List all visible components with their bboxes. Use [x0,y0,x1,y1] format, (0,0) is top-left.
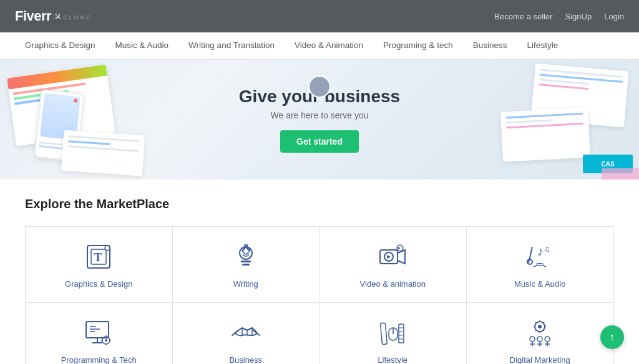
signup-link[interactable]: SignUp [565,12,592,21]
music-audio-icon: ♪ ♫ [524,241,556,273]
svg-text:♪: ♪ [537,244,544,258]
writing-icon [230,241,262,273]
hero-accent-pink [602,168,639,180]
svg-rect-17 [86,322,109,338]
svg-rect-32 [399,324,404,343]
nav-item-graphics-design[interactable]: Graphics & Design [15,32,105,60]
graphics-design-label: Graphics & Design [65,279,132,289]
svg-text:T: T [94,251,102,264]
marketplace-item-business[interactable]: Business [173,303,320,364]
marketplace-item-writing[interactable]: Writing [173,227,320,303]
svg-point-38 [538,325,542,328]
hero-subtitle: We are here to serve you [239,110,400,120]
music-audio-label: Music & Audio [514,279,565,289]
nav-item-lifestyle[interactable]: Lifestyle [517,32,568,60]
video-animation-label: Video & animation [360,279,426,289]
logo-main-text: Fiverr [15,8,51,24]
scroll-top-button[interactable]: ↑ [600,325,624,349]
svg-line-8 [247,244,248,247]
svg-line-44 [544,330,545,332]
logo-icon: ✈ [51,9,65,24]
svg-point-47 [530,337,535,342]
business-label: Business [229,355,262,364]
svg-point-53 [545,337,550,342]
lifestyle-label: Lifestyle [378,355,407,364]
video-animation-icon [376,241,409,273]
nav-item-writing-translation[interactable]: Writing and Translation [178,32,285,60]
digital-marketing-icon [524,317,556,349]
logo-sub-text: CLONE [63,14,92,21]
marketplace-item-graphics-design[interactable]: T Graphics & Design [26,227,173,303]
business-icon [230,317,262,349]
digital-marketing-label: Digital Marketing [510,355,570,364]
marketplace-grid: T Graphics & Design Writing [25,226,614,364]
marketplace-section: Explore the MarketPlace T Graphics & Des… [0,180,639,364]
svg-rect-29 [381,323,388,345]
hero-avatar [308,75,331,98]
nav-item-music-audio[interactable]: Music & Audio [105,32,179,60]
nav-item-programming-tech[interactable]: Programing & tech [373,32,463,60]
svg-line-46 [535,330,537,332]
svg-rect-5 [241,261,251,262]
logo: Fiverr ✈ CLONE [15,8,92,24]
svg-point-24 [105,339,107,342]
svg-point-50 [537,337,542,342]
lifestyle-icon [376,317,409,349]
programming-tech-icon [82,317,115,349]
programming-tech-label: Programming & Tech [61,355,137,364]
scroll-top-icon: ↑ [610,332,615,343]
marketplace-item-video-animation[interactable]: Video & animation [320,227,467,303]
writing-label: Writing [233,279,258,289]
login-link[interactable]: Login [604,12,624,21]
svg-point-4 [240,247,252,259]
marketplace-item-lifestyle[interactable]: Lifestyle [320,303,467,364]
marketplace-title: Explore the MarketPlace [25,197,614,211]
graphics-design-icon: T [82,241,115,273]
get-started-button[interactable]: Get started [280,130,359,153]
main-nav: Graphics & Design Music & Audio Writing … [0,32,639,60]
nav-item-video-animation[interactable]: Video & Animation [285,32,373,60]
svg-rect-6 [242,264,250,266]
hero-content: Give your business We are here to serve … [239,87,400,153]
nav-item-business[interactable]: Business [463,32,517,60]
svg-text:♫: ♫ [544,244,550,254]
marketplace-item-programming-tech[interactable]: Programming & Tech [26,303,173,364]
hero-card-bottom-left [61,130,145,176]
hero-card-right-mid [500,107,590,161]
header: Fiverr ✈ CLONE Become a seller SignUp Lo… [0,0,639,32]
svg-line-43 [535,322,537,323]
svg-point-3 [105,246,110,251]
become-seller-link[interactable]: Become a seller [494,12,552,21]
svg-line-45 [544,322,545,323]
marketplace-item-digital-marketing[interactable]: Digital Marketing [467,303,614,364]
hero-section: CAS Give your business We are here to se… [0,60,639,180]
marketplace-item-music-audio[interactable]: ♪ ♫ Music & Audio [467,227,614,303]
header-links: Become a seller SignUp Login [494,12,624,21]
